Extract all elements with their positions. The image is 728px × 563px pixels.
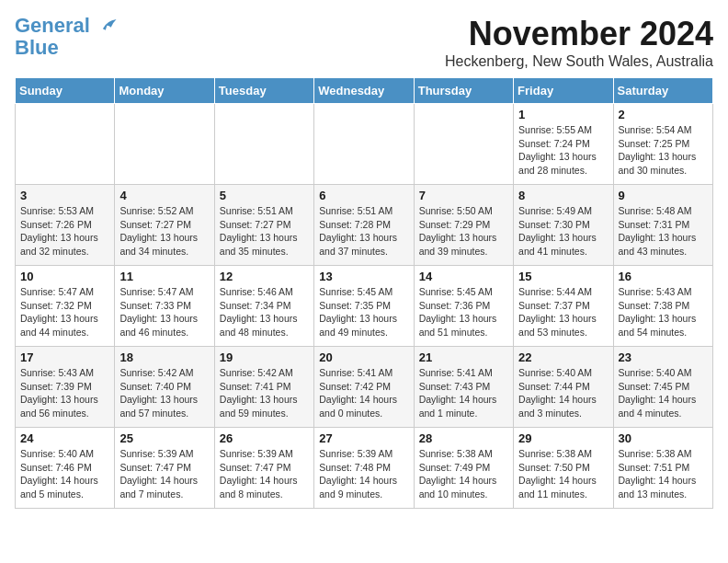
calendar-cell: 15Sunrise: 5:44 AM Sunset: 7:37 PM Dayli… bbox=[514, 266, 613, 347]
day-number: 26 bbox=[220, 431, 309, 445]
day-info: Sunrise: 5:42 AM Sunset: 7:40 PM Dayligh… bbox=[119, 366, 209, 420]
day-info: Sunrise: 5:39 AM Sunset: 7:48 PM Dayligh… bbox=[319, 447, 408, 501]
logo: General Blue bbox=[15, 15, 118, 59]
day-info: Sunrise: 5:55 AM Sunset: 7:24 PM Dayligh… bbox=[518, 123, 608, 178]
day-info: Sunrise: 5:45 AM Sunset: 7:36 PM Dayligh… bbox=[419, 285, 508, 339]
day-number: 29 bbox=[518, 431, 608, 445]
day-number: 30 bbox=[619, 431, 708, 445]
day-info: Sunrise: 5:51 AM Sunset: 7:27 PM Dayligh… bbox=[220, 204, 309, 259]
day-number: 6 bbox=[319, 189, 408, 202]
day-number: 22 bbox=[518, 350, 608, 364]
calendar-cell: 4Sunrise: 5:52 AM Sunset: 7:27 PM Daylig… bbox=[115, 185, 214, 266]
day-info: Sunrise: 5:52 AM Sunset: 7:27 PM Dayligh… bbox=[119, 204, 209, 259]
day-info: Sunrise: 5:49 AM Sunset: 7:30 PM Dayligh… bbox=[518, 204, 608, 259]
day-info: Sunrise: 5:39 AM Sunset: 7:47 PM Dayligh… bbox=[220, 447, 309, 501]
calendar-cell: 28Sunrise: 5:38 AM Sunset: 7:49 PM Dayli… bbox=[414, 428, 513, 509]
day-number: 13 bbox=[319, 270, 408, 283]
logo-bird-icon bbox=[97, 17, 118, 37]
logo-text: General bbox=[15, 15, 118, 37]
calendar-cell: 3Sunrise: 5:53 AM Sunset: 7:26 PM Daylig… bbox=[16, 185, 115, 266]
calendar-cell: 17Sunrise: 5:43 AM Sunset: 7:39 PM Dayli… bbox=[16, 347, 115, 428]
day-number: 28 bbox=[419, 431, 508, 445]
day-number: 27 bbox=[319, 431, 408, 445]
header-row: SundayMondayTuesdayWednesdayThursdayFrid… bbox=[16, 78, 713, 104]
location-title: Heckenberg, New South Wales, Australia bbox=[445, 53, 713, 70]
calendar-cell bbox=[16, 104, 115, 185]
day-info: Sunrise: 5:38 AM Sunset: 7:50 PM Dayligh… bbox=[518, 447, 608, 501]
day-info: Sunrise: 5:47 AM Sunset: 7:33 PM Dayligh… bbox=[119, 285, 209, 339]
day-number: 1 bbox=[518, 108, 608, 121]
day-info: Sunrise: 5:42 AM Sunset: 7:41 PM Dayligh… bbox=[220, 366, 309, 420]
day-info: Sunrise: 5:50 AM Sunset: 7:29 PM Dayligh… bbox=[419, 204, 508, 259]
calendar-cell: 9Sunrise: 5:48 AM Sunset: 7:31 PM Daylig… bbox=[613, 185, 712, 266]
day-info: Sunrise: 5:38 AM Sunset: 7:49 PM Dayligh… bbox=[419, 447, 508, 501]
day-info: Sunrise: 5:40 AM Sunset: 7:45 PM Dayligh… bbox=[619, 366, 708, 420]
day-number: 21 bbox=[419, 350, 508, 364]
day-number: 18 bbox=[119, 350, 209, 364]
calendar-week-row: 1Sunrise: 5:55 AM Sunset: 7:24 PM Daylig… bbox=[16, 104, 713, 185]
calendar-cell bbox=[115, 104, 214, 185]
day-info: Sunrise: 5:45 AM Sunset: 7:35 PM Dayligh… bbox=[319, 285, 408, 339]
day-number: 23 bbox=[619, 350, 708, 364]
day-info: Sunrise: 5:41 AM Sunset: 7:42 PM Dayligh… bbox=[319, 366, 408, 420]
calendar-cell: 27Sunrise: 5:39 AM Sunset: 7:48 PM Dayli… bbox=[314, 428, 414, 509]
header-day: Wednesday bbox=[314, 78, 414, 104]
header-day: Friday bbox=[514, 78, 613, 104]
day-number: 20 bbox=[319, 350, 408, 364]
calendar-cell: 8Sunrise: 5:49 AM Sunset: 7:30 PM Daylig… bbox=[514, 185, 613, 266]
day-number: 15 bbox=[518, 270, 608, 283]
header-day: Thursday bbox=[414, 78, 513, 104]
calendar-table: SundayMondayTuesdayWednesdayThursdayFrid… bbox=[15, 77, 713, 509]
calendar-cell: 25Sunrise: 5:39 AM Sunset: 7:47 PM Dayli… bbox=[115, 428, 214, 509]
day-info: Sunrise: 5:40 AM Sunset: 7:46 PM Dayligh… bbox=[20, 447, 109, 501]
header-day: Saturday bbox=[613, 78, 712, 104]
calendar-cell: 18Sunrise: 5:42 AM Sunset: 7:40 PM Dayli… bbox=[115, 347, 214, 428]
calendar-cell: 16Sunrise: 5:43 AM Sunset: 7:38 PM Dayli… bbox=[613, 266, 712, 347]
calendar-cell: 11Sunrise: 5:47 AM Sunset: 7:33 PM Dayli… bbox=[115, 266, 214, 347]
calendar-cell: 30Sunrise: 5:38 AM Sunset: 7:51 PM Dayli… bbox=[613, 428, 712, 509]
calendar-cell: 26Sunrise: 5:39 AM Sunset: 7:47 PM Dayli… bbox=[214, 428, 313, 509]
calendar-cell bbox=[414, 104, 513, 185]
calendar-week-row: 10Sunrise: 5:47 AM Sunset: 7:32 PM Dayli… bbox=[16, 266, 713, 347]
calendar-cell: 24Sunrise: 5:40 AM Sunset: 7:46 PM Dayli… bbox=[16, 428, 115, 509]
day-number: 5 bbox=[220, 189, 309, 202]
day-info: Sunrise: 5:40 AM Sunset: 7:44 PM Dayligh… bbox=[518, 366, 608, 420]
calendar-week-row: 24Sunrise: 5:40 AM Sunset: 7:46 PM Dayli… bbox=[16, 428, 713, 509]
calendar-cell: 19Sunrise: 5:42 AM Sunset: 7:41 PM Dayli… bbox=[214, 347, 313, 428]
day-info: Sunrise: 5:47 AM Sunset: 7:32 PM Dayligh… bbox=[20, 285, 109, 339]
day-info: Sunrise: 5:43 AM Sunset: 7:39 PM Dayligh… bbox=[20, 366, 109, 420]
day-info: Sunrise: 5:39 AM Sunset: 7:47 PM Dayligh… bbox=[119, 447, 209, 501]
header-day: Sunday bbox=[16, 78, 115, 104]
day-number: 4 bbox=[119, 189, 209, 202]
month-title: November 2024 bbox=[445, 15, 713, 53]
day-info: Sunrise: 5:43 AM Sunset: 7:38 PM Dayligh… bbox=[619, 285, 708, 339]
calendar-week-row: 3Sunrise: 5:53 AM Sunset: 7:26 PM Daylig… bbox=[16, 185, 713, 266]
day-number: 8 bbox=[518, 189, 608, 202]
day-info: Sunrise: 5:41 AM Sunset: 7:43 PM Dayligh… bbox=[419, 366, 508, 420]
logo-general: General bbox=[15, 14, 90, 37]
day-info: Sunrise: 5:51 AM Sunset: 7:28 PM Dayligh… bbox=[319, 204, 408, 259]
calendar-cell: 7Sunrise: 5:50 AM Sunset: 7:29 PM Daylig… bbox=[414, 185, 513, 266]
calendar-cell: 29Sunrise: 5:38 AM Sunset: 7:50 PM Dayli… bbox=[514, 428, 613, 509]
calendar-week-row: 17Sunrise: 5:43 AM Sunset: 7:39 PM Dayli… bbox=[16, 347, 713, 428]
day-number: 19 bbox=[220, 350, 309, 364]
day-info: Sunrise: 5:46 AM Sunset: 7:34 PM Dayligh… bbox=[220, 285, 309, 339]
day-number: 12 bbox=[220, 270, 309, 283]
day-number: 2 bbox=[619, 108, 708, 121]
day-info: Sunrise: 5:54 AM Sunset: 7:25 PM Dayligh… bbox=[619, 123, 708, 178]
header-day: Monday bbox=[115, 78, 214, 104]
day-number: 14 bbox=[419, 270, 508, 283]
day-number: 3 bbox=[20, 189, 109, 202]
logo-blue: Blue bbox=[15, 37, 118, 59]
day-number: 17 bbox=[20, 350, 109, 364]
day-info: Sunrise: 5:53 AM Sunset: 7:26 PM Dayligh… bbox=[20, 204, 109, 259]
calendar-cell: 6Sunrise: 5:51 AM Sunset: 7:28 PM Daylig… bbox=[314, 185, 414, 266]
header-day: Tuesday bbox=[214, 78, 313, 104]
day-number: 25 bbox=[119, 431, 209, 445]
calendar-cell: 12Sunrise: 5:46 AM Sunset: 7:34 PM Dayli… bbox=[214, 266, 313, 347]
calendar-cell: 22Sunrise: 5:40 AM Sunset: 7:44 PM Dayli… bbox=[514, 347, 613, 428]
calendar-cell: 14Sunrise: 5:45 AM Sunset: 7:36 PM Dayli… bbox=[414, 266, 513, 347]
calendar-cell: 23Sunrise: 5:40 AM Sunset: 7:45 PM Dayli… bbox=[613, 347, 712, 428]
calendar-cell: 2Sunrise: 5:54 AM Sunset: 7:25 PM Daylig… bbox=[613, 104, 712, 185]
calendar-cell bbox=[314, 104, 414, 185]
